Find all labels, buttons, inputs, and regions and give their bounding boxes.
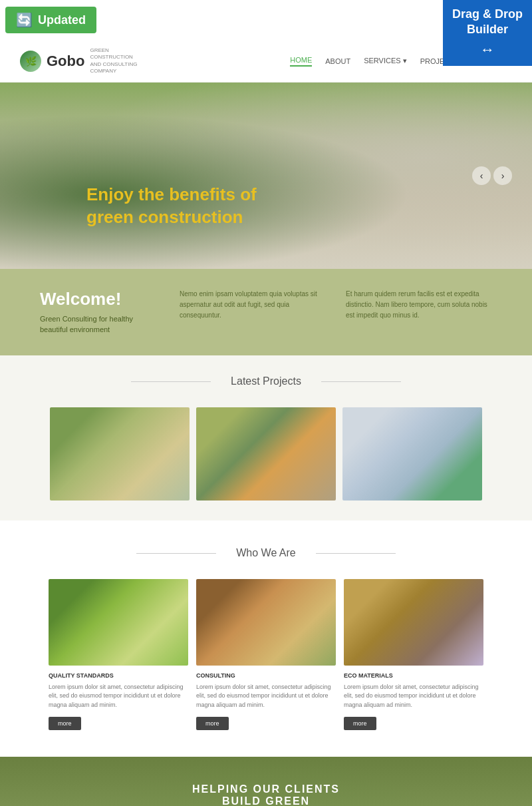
refresh-icon: 🔄 <box>16 12 33 28</box>
welcome-right-text: Et harum quidem rerum facilis est et exp… <box>346 289 492 321</box>
who-we-are-title-area: Who We Are <box>0 527 532 572</box>
cta-title: HELPING OUR CLIENTSBUILD GREEN <box>20 783 512 806</box>
service-card-1: QUALITY STANDARDS Lorem ipsum dolor sit … <box>49 579 188 731</box>
project-card-1 <box>50 407 190 501</box>
who-we-are-title: Who We Are <box>223 547 309 559</box>
resize-icon: ↔ <box>452 41 523 60</box>
updated-label: Updated <box>38 13 86 27</box>
hero-content: Enjoy the benefits ofgreen construction <box>86 184 257 229</box>
service-desc-2: Lorem ipsum dolor sit amet, consectetur … <box>196 683 336 710</box>
brand-tagline: GREEN CONSTRUCTION AND CONSULTING COMPAN… <box>90 47 143 75</box>
service-image-3 <box>344 579 483 666</box>
service-title-3: ECO MATERIALS <box>344 672 483 679</box>
service-image-2 <box>196 579 336 666</box>
service-card-3: ECO MATERIALS Lorem ipsum dolor sit amet… <box>344 579 483 731</box>
project-card-2 <box>196 407 336 501</box>
nav-about[interactable]: ABOUT <box>325 57 350 65</box>
latest-projects-title: Latest Projects <box>217 375 315 387</box>
nav-services[interactable]: SERVICES <box>364 57 407 65</box>
latest-projects-title-area: Latest Projects <box>0 355 532 401</box>
welcome-section: Welcome! Green Consulting for healthybea… <box>0 269 532 355</box>
dnd-line1: Drag & Drop <box>452 7 523 21</box>
hero-arrows: ‹ › <box>472 166 512 185</box>
hero-next-arrow[interactable]: › <box>493 166 512 185</box>
services-grid: QUALITY STANDARDS Lorem ipsum dolor sit … <box>0 572 532 737</box>
welcome-left: Welcome! Green Consulting for healthybea… <box>40 289 160 335</box>
service-desc-3: Lorem ipsum dolor sit amet, consectetur … <box>344 683 483 710</box>
latest-projects-section: Latest Projects <box>0 355 532 520</box>
welcome-middle-text: Nemo enim ipsam voluptatem quia voluptas… <box>180 289 326 321</box>
dnd-badge: Drag & Drop Builder ↔ <box>443 0 532 66</box>
logo-area: 🌿 Gobo GREEN CONSTRUCTION AND CONSULTING… <box>20 47 143 75</box>
project-image-1 <box>50 407 190 501</box>
hero-prev-arrow[interactable]: ‹ <box>472 166 491 185</box>
who-we-are-section: Who We Are QUALITY STANDARDS Lorem ipsum… <box>0 520 532 757</box>
service-image-1 <box>49 579 188 666</box>
updated-badge: 🔄 Updated <box>5 7 96 33</box>
hero-title: Enjoy the benefits ofgreen construction <box>86 184 257 229</box>
project-image-3 <box>342 407 482 501</box>
service-desc-1: Lorem ipsum dolor sit amet, consectetur … <box>49 683 188 710</box>
project-image-2 <box>196 407 336 501</box>
brand-name: Gobo <box>47 53 84 70</box>
nav-home[interactable]: HOME <box>290 56 312 67</box>
hero-bg <box>0 83 532 269</box>
welcome-title: Welcome! <box>40 289 160 309</box>
service-more-btn-2[interactable]: more <box>196 717 229 730</box>
project-card-3 <box>342 407 482 501</box>
dnd-line2: Builder <box>467 23 508 36</box>
welcome-subtitle: Green Consulting for healthybeautiful en… <box>40 313 160 335</box>
service-more-btn-1[interactable]: more <box>49 717 81 730</box>
service-more-btn-3[interactable]: more <box>344 717 376 730</box>
cta-section: HELPING OUR CLIENTSBUILD GREEN Lorem ips… <box>0 757 532 806</box>
logo-icon: 🌿 <box>20 51 41 72</box>
service-title-2: CONSULTING <box>196 672 336 679</box>
hero-section: Enjoy the benefits ofgreen construction … <box>0 83 532 269</box>
service-title-1: QUALITY STANDARDS <box>49 672 188 679</box>
top-badges-bar: 🔄 Updated Drag & Drop Builder ↔ <box>0 0 532 41</box>
projects-grid <box>0 401 532 520</box>
service-card-2: CONSULTING Lorem ipsum dolor sit amet, c… <box>196 579 336 731</box>
